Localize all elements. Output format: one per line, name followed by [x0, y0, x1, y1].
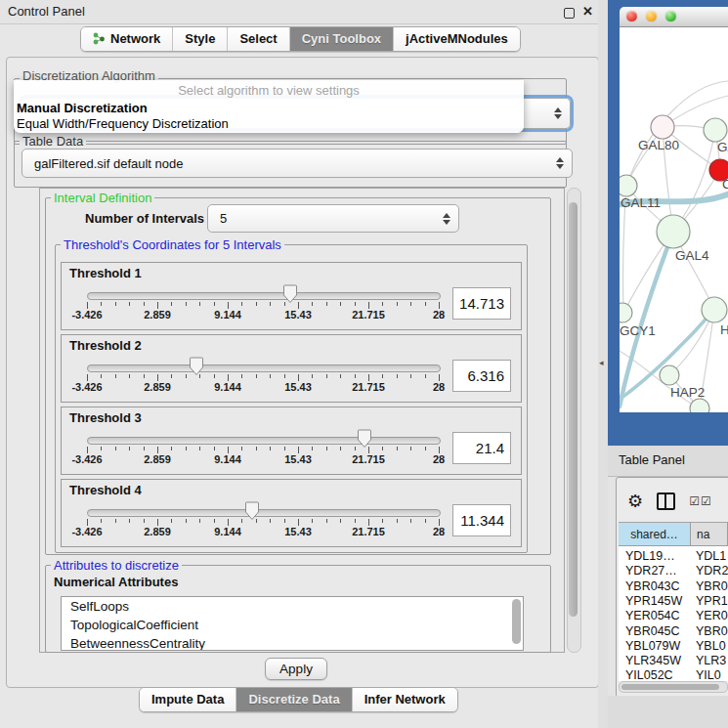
- float-window-icon[interactable]: [564, 8, 575, 19]
- threshold-label: Threshold 1: [69, 266, 142, 280]
- slider-tick: [115, 302, 116, 306]
- tab-network[interactable]: Network: [81, 27, 173, 51]
- dropdown-placeholder-option[interactable]: Select algorithm to view settings: [14, 83, 524, 98]
- slider-thumb[interactable]: [357, 429, 372, 449]
- slider-tick: [270, 519, 271, 523]
- node-label-gal4: GAL4: [675, 248, 709, 263]
- slider-track[interactable]: [87, 509, 441, 517]
- threshold-value-field[interactable]: 6.316: [452, 360, 511, 392]
- table-data-select[interactable]: galFiltered.sif default node: [21, 149, 573, 178]
- slider-thumb[interactable]: [244, 501, 260, 521]
- dropdown-option-manual[interactable]: Manual Discretization: [17, 101, 148, 115]
- node-hap2[interactable]: [660, 365, 679, 385]
- network-canvas[interactable]: GAL80GAL11GAL4GCY1HAP2GACH: [620, 27, 728, 412]
- node-gal4[interactable]: [657, 215, 690, 248]
- slider-tick: [270, 447, 271, 450]
- slider-track[interactable]: [87, 292, 441, 300]
- slider-tick: [115, 447, 116, 450]
- table-row[interactable]: YER054CYER0: [619, 609, 728, 623]
- checkbox-icons[interactable]: ☑☑: [689, 494, 712, 508]
- slider-tick: [382, 519, 383, 523]
- cell-name: YLR3: [696, 654, 726, 667]
- node-label-gcy1: GCY1: [620, 323, 656, 338]
- table-row[interactable]: YDR27…YDR2: [619, 564, 728, 578]
- slider-track[interactable]: [87, 437, 441, 445]
- slider-tick: [157, 519, 158, 526]
- split-pane-icon[interactable]: [657, 492, 675, 510]
- slider-tick: [410, 519, 411, 523]
- slider-tick: [355, 374, 356, 378]
- main-scrollbar-thumb[interactable]: [569, 202, 578, 617]
- column-header-name[interactable]: na: [691, 523, 728, 546]
- slider-tick: [270, 374, 271, 378]
- cell-name: YPR1: [696, 594, 728, 608]
- node-h[interactable]: [702, 297, 727, 322]
- table-row[interactable]: YBR045CYBR0: [619, 624, 728, 639]
- table-hscrollbar-thumb[interactable]: [621, 684, 719, 690]
- tab-select[interactable]: Select: [228, 27, 289, 51]
- divider-collapse-icon[interactable]: ◂: [599, 358, 604, 367]
- slider-tick: [87, 302, 88, 309]
- slider-thumb[interactable]: [189, 357, 204, 376]
- table-hscrollbar[interactable]: [619, 681, 728, 693]
- slider-tick: [397, 374, 398, 378]
- threshold-value-field[interactable]: 21.4: [452, 432, 511, 464]
- slider-thumb[interactable]: [282, 284, 298, 304]
- table-row[interactable]: YBR043CYBR0: [619, 579, 728, 594]
- close-icon[interactable]: ✕: [582, 4, 593, 19]
- slider-track[interactable]: [87, 364, 441, 372]
- slider-tick: [129, 374, 130, 378]
- slider-tick: [87, 447, 88, 453]
- slider-tick: [256, 447, 257, 450]
- table-row[interactable]: YPR145WYPR1: [619, 594, 728, 609]
- network-window-titlebar[interactable]: [620, 7, 728, 27]
- control-panel-window: Control Panel ✕ NetworkStyleSelectCyni T…: [0, 0, 606, 728]
- attribute-item[interactable]: BetweennessCentrality: [62, 634, 523, 651]
- tab-jactivemnodules[interactable]: jActiveMNodules: [394, 27, 520, 51]
- attribute-item[interactable]: TopologicalCoefficient: [62, 616, 523, 634]
- table-row[interactable]: YBL079WYBL0: [619, 639, 728, 654]
- column-header-shared[interactable]: shared…: [619, 523, 691, 546]
- slider-tick: [87, 374, 88, 381]
- slider-tick: [129, 519, 130, 523]
- table-row[interactable]: YDL19…YDL1: [619, 549, 728, 564]
- network-nodes[interactable]: [620, 115, 728, 412]
- num-intervals-select[interactable]: 5: [207, 204, 459, 233]
- threshold-panel-4: Threshold 4-3.4262.8599.14415.4321.71528…: [61, 479, 522, 547]
- threshold-label: Threshold 2: [69, 338, 142, 353]
- table-row[interactable]: YLR345WYLR3: [619, 654, 728, 668]
- slider-tick-label: -3.426: [58, 453, 116, 465]
- node-table[interactable]: shared… na YDL19…YDL1YDR27…YDR2YBR043CYB…: [619, 522, 728, 681]
- zoom-traffic-light-icon[interactable]: [665, 11, 676, 21]
- tab-cyni-toolbox[interactable]: Cyni Toolbox: [290, 27, 394, 51]
- main-scrollbar[interactable]: [567, 188, 581, 653]
- close-traffic-light-icon[interactable]: [626, 11, 637, 21]
- node-gal80[interactable]: [651, 115, 674, 139]
- attributes-list[interactable]: SelfLoopsTopologicalCoefficientBetweenne…: [61, 596, 524, 651]
- node-gal11[interactable]: [620, 175, 637, 196]
- network-graph-icon: [93, 32, 106, 45]
- slider-tick-label: 15.43: [269, 309, 327, 321]
- slider-tick: [186, 519, 187, 523]
- apply-button[interactable]: Apply: [265, 658, 327, 680]
- slider-tick: [284, 447, 285, 450]
- table-row[interactable]: YIL052CYIL0: [619, 668, 728, 681]
- tab-discretize-data[interactable]: Discretize Data: [236, 688, 352, 711]
- node-bottom[interactable]: [690, 399, 709, 412]
- slider-tick: [298, 519, 299, 526]
- threshold-value-field[interactable]: 11.344: [452, 504, 511, 536]
- slider-tick: [144, 302, 145, 306]
- numerical-attributes-title: Numerical Attributes: [51, 575, 181, 589]
- attributes-list-scrollbar[interactable]: [512, 599, 521, 644]
- node-green[interactable]: [704, 118, 727, 142]
- attribute-item[interactable]: SelfLoops: [62, 597, 523, 616]
- tab-impute-data[interactable]: Impute Data: [140, 688, 236, 711]
- tab-style[interactable]: Style: [173, 27, 228, 51]
- minimize-traffic-light-icon[interactable]: [646, 11, 657, 21]
- slider-tick-label: 15.43: [269, 526, 327, 537]
- threshold-value-field[interactable]: 14.713: [452, 287, 511, 320]
- tab-infer-network[interactable]: Infer Network: [353, 688, 457, 711]
- gear-icon[interactable]: ⚙: [627, 492, 643, 510]
- dropdown-option-equalwidth[interactable]: Equal Width/Frequency Discretization: [17, 116, 229, 131]
- node-gcy1[interactable]: [620, 303, 632, 322]
